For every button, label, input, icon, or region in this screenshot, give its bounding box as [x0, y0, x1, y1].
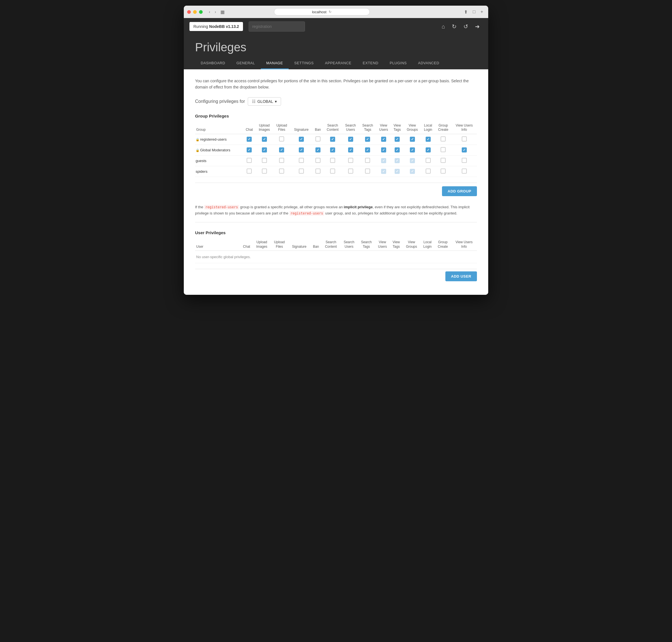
checkbox-0-7[interactable]	[365, 137, 370, 142]
checkbox-3-10[interactable]	[410, 169, 415, 174]
checkbox-3-6[interactable]	[348, 168, 353, 174]
ucol-header-view-users-info: View UsersInfo	[451, 239, 477, 251]
checkbox-0-13[interactable]	[462, 137, 467, 141]
checkbox-2-7[interactable]	[365, 158, 370, 163]
checkbox-1-1[interactable]	[262, 147, 267, 153]
checkbox-0-6[interactable]	[348, 137, 353, 142]
share-button[interactable]: ⬆	[462, 8, 469, 16]
tab-settings[interactable]: SETTINGS	[289, 57, 319, 69]
checkbox-0-3[interactable]	[299, 137, 304, 142]
close-button[interactable]	[187, 10, 191, 14]
table-row: guests	[195, 155, 477, 166]
checkbox-2-10[interactable]	[410, 158, 415, 163]
checkbox-1-5[interactable]	[330, 147, 335, 153]
tab-plugins[interactable]: PLUGINS	[384, 57, 413, 69]
checkbox-1-3[interactable]	[299, 147, 304, 153]
user-priv-footer: ADD USER	[195, 269, 477, 283]
checkbox-2-11[interactable]	[426, 158, 431, 163]
tab-appearance[interactable]: APPEARANCE	[319, 57, 357, 69]
checkbox-1-0[interactable]	[246, 147, 252, 153]
col-header-search-content: SearchContent	[323, 122, 342, 134]
tab-extend[interactable]: EXTEND	[357, 57, 384, 69]
group-label-0: 🔒registered-users	[195, 134, 243, 144]
url-bar[interactable]: localhost ↻	[274, 8, 370, 15]
checkbox-2-8[interactable]	[381, 158, 386, 163]
checkbox-1-2[interactable]	[279, 147, 284, 153]
checkbox-3-7[interactable]	[365, 168, 370, 174]
content-area: You can configure the access control pri…	[184, 69, 488, 295]
checkbox-3-8[interactable]	[381, 169, 386, 174]
checkbox-0-8[interactable]	[381, 137, 386, 142]
no-users-text: No user-specific global privileges.	[195, 251, 477, 263]
ucol-header-view-users: ViewUsers	[375, 239, 390, 251]
checkbox-1-9[interactable]	[395, 147, 400, 153]
checkbox-3-2[interactable]	[279, 168, 284, 174]
checkbox-2-6[interactable]	[348, 158, 353, 163]
layout-button[interactable]: ▦	[219, 8, 226, 16]
search-input[interactable]	[249, 22, 305, 31]
duplicate-button[interactable]: □	[471, 8, 477, 16]
checkbox-2-4[interactable]	[315, 158, 320, 163]
checkbox-1-6[interactable]	[348, 147, 353, 153]
refresh-icon[interactable]: ↻	[449, 22, 459, 31]
checkbox-2-9[interactable]	[395, 158, 400, 163]
checkbox-1-10[interactable]	[410, 147, 415, 153]
checkbox-2-12[interactable]	[441, 158, 446, 163]
home-icon[interactable]: ⌂	[439, 22, 448, 31]
tab-manage[interactable]: MANAGE	[261, 57, 289, 69]
checkbox-2-5[interactable]	[330, 158, 335, 163]
back-button[interactable]: ‹	[207, 8, 212, 16]
logout-icon[interactable]: ➜	[472, 22, 483, 31]
lock-icon: 🔒	[195, 149, 200, 152]
checkbox-0-1[interactable]	[262, 137, 267, 142]
col-header-view-users: ViewUsers	[376, 122, 391, 134]
checkbox-3-0[interactable]	[246, 168, 252, 174]
checkbox-1-7[interactable]	[365, 147, 370, 153]
checkbox-3-11[interactable]	[426, 168, 431, 174]
global-dropdown[interactable]: ☷ GLOBAL ▾	[248, 97, 281, 106]
minimize-button[interactable]	[193, 10, 197, 14]
info-text: If the registered-users group is granted…	[195, 204, 477, 222]
new-tab-button[interactable]: +	[479, 8, 485, 16]
checkbox-3-4[interactable]	[315, 168, 320, 174]
checkbox-2-3[interactable]	[299, 158, 304, 163]
checkbox-3-12[interactable]	[441, 168, 446, 174]
checkbox-0-5[interactable]	[330, 137, 335, 142]
checkbox-1-13[interactable]	[462, 147, 467, 153]
col-header-ban: Ban	[312, 122, 323, 134]
checkbox-1-8[interactable]	[381, 147, 386, 153]
appbar: Running NodeBB v1.13.2 ⌂ ↻ ↺ ➜	[184, 18, 488, 35]
checkbox-3-9[interactable]	[395, 169, 400, 174]
checkbox-2-1[interactable]	[262, 158, 267, 163]
checkbox-3-13[interactable]	[462, 168, 467, 174]
checkbox-2-13[interactable]	[462, 158, 467, 163]
checkbox-0-12[interactable]	[441, 137, 446, 141]
group-label-3: spiders	[195, 166, 243, 177]
checkbox-3-3[interactable]	[299, 168, 304, 174]
checkbox-0-0[interactable]	[246, 137, 252, 142]
tab-dashboard[interactable]: DASHBOARD	[195, 57, 231, 69]
tab-advanced[interactable]: ADVANCED	[413, 57, 445, 69]
maximize-button[interactable]	[199, 10, 203, 14]
titlebar: ‹ › ▦ localhost ↻ ⬆ □ +	[184, 5, 488, 18]
add-group-button[interactable]: ADD GROUP	[442, 186, 477, 196]
checkbox-1-4[interactable]	[315, 147, 320, 153]
tab-general[interactable]: GENERAL	[231, 57, 261, 69]
reload-icon[interactable]: ↺	[460, 22, 471, 31]
checkbox-3-1[interactable]	[262, 168, 267, 174]
checkbox-3-5[interactable]	[330, 168, 335, 174]
checkbox-0-4[interactable]	[315, 137, 320, 141]
add-user-button[interactable]: ADD USER	[445, 271, 477, 281]
brand-badge: Running NodeBB v1.13.2	[189, 22, 243, 31]
checkbox-0-10[interactable]	[410, 137, 415, 142]
checkbox-0-2[interactable]	[279, 137, 284, 141]
checkbox-0-9[interactable]	[395, 137, 400, 142]
info-text-4: user group, and so, privileges for addit…	[324, 211, 457, 215]
forward-button[interactable]: ›	[213, 8, 218, 16]
checkbox-2-0[interactable]	[246, 158, 252, 163]
checkbox-0-11[interactable]	[426, 137, 431, 142]
checkbox-1-11[interactable]	[426, 147, 431, 153]
checkbox-2-2[interactable]	[279, 158, 284, 163]
checkbox-1-12[interactable]	[441, 147, 446, 152]
col-header-search-tags: SearchTags	[359, 122, 376, 134]
